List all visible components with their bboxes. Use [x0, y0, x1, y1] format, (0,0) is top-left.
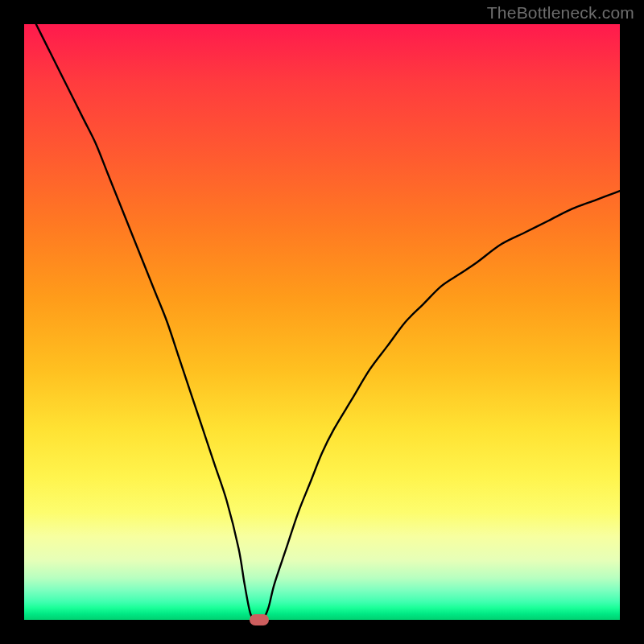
- watermark-text: TheBottleneck.com: [487, 3, 634, 23]
- bottleneck-curve: [24, 24, 620, 620]
- plot-area: [24, 24, 620, 620]
- optimal-point-marker: [250, 614, 269, 625]
- chart-frame: TheBottleneck.com: [0, 0, 644, 644]
